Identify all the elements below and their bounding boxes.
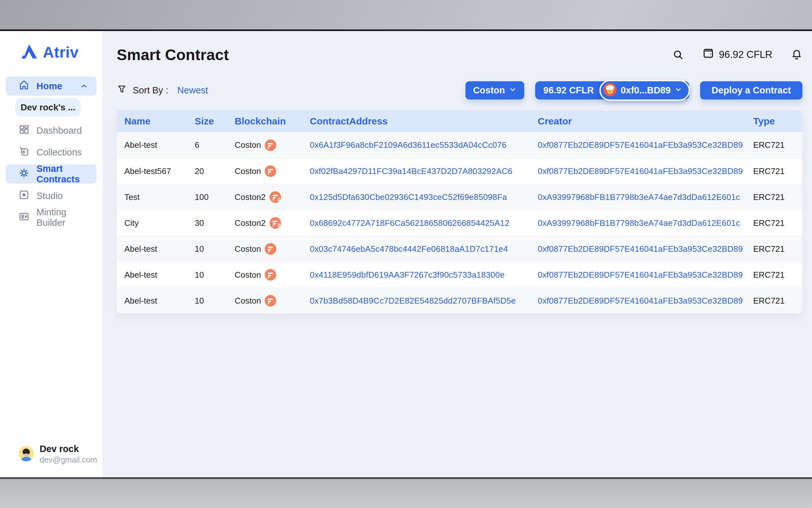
cell-type: ERC721 <box>753 296 795 306</box>
cell-contract-address[interactable]: 0x7b3Bd58D4B9Cc7D2E82E54825dd2707BFBAf5D… <box>310 296 538 306</box>
cell-name: Abel-test567 <box>124 166 195 176</box>
sidebar-item-collection-shortcut[interactable]: Dev rock's ... <box>15 98 81 117</box>
brand-name: Atriv <box>43 43 79 61</box>
cell-size: 10 <box>195 270 235 280</box>
flare-network-icon <box>265 139 276 151</box>
chain-badge-number: 2 <box>278 222 280 228</box>
table-row[interactable]: City 30 Coston2 2 0x68692c4772A718F6Ca56… <box>117 210 802 236</box>
cell-blockchain: Coston2 2 <box>235 217 310 229</box>
user-card[interactable]: Dev rock dev@gmail.com <box>18 444 102 465</box>
chain-badge-number: 2 <box>278 197 280 202</box>
chevron-up-icon[interactable] <box>80 82 88 90</box>
cell-creator-address[interactable]: 0xf0877Eb2DE89DF57E416041aFEb3a953Ce32BD… <box>538 166 753 176</box>
sidebar-item-label: Home <box>37 81 62 91</box>
flare-network-icon <box>265 165 276 177</box>
flare-network-icon: 2 <box>270 217 281 229</box>
cell-contract-address[interactable]: 0x03c74746ebA5c478bc4442Fe06818aA1D7c171… <box>310 244 538 254</box>
column-header-contract-address[interactable]: ContractAddress <box>310 116 538 127</box>
cell-blockchain: Coston2 2 <box>235 191 310 203</box>
flare-network-icon <box>265 295 276 306</box>
app-window: Atriv Home Dev rock's ... <box>0 31 812 477</box>
table-row[interactable]: Abel-test 10 Coston 0x4118E959dbfD619AA3… <box>117 262 802 288</box>
table-row[interactable]: Test 100 Coston2 2 0x125d5Dfa630Cbe02936… <box>117 184 802 210</box>
column-header-blockchain[interactable]: Blockchain <box>235 116 310 127</box>
sidebar-item-label: Minting Builder <box>37 207 97 228</box>
cell-type: ERC721 <box>753 140 795 150</box>
blockchain-name: Coston <box>235 140 261 150</box>
sidebar-item-label: Dashboard <box>37 125 82 136</box>
sidebar-item-home[interactable]: Home <box>6 77 97 96</box>
sidebar-item-collections[interactable]: Collections <box>6 143 97 162</box>
column-header-creator[interactable]: Creator <box>538 116 753 127</box>
user-name: Dev rock <box>40 444 97 454</box>
cell-blockchain: Coston <box>235 269 310 281</box>
network-label: Coston <box>473 85 505 96</box>
column-header-type[interactable]: Type <box>753 116 795 127</box>
table-row[interactable]: Abel-test 6 Coston 0x6A1f3F96a8cbF2109A6… <box>117 132 802 158</box>
home-icon <box>18 80 30 93</box>
cell-name: Abel-test <box>124 244 195 254</box>
cell-creator-address[interactable]: 0xA93997968bFB1B7798b3eA74ae7d3dDa612E60… <box>538 192 753 202</box>
cell-blockchain: Coston <box>235 139 310 151</box>
flare-network-icon: 2 <box>270 191 281 203</box>
cell-creator-address[interactable]: 0xf0877Eb2DE89DF57E416041aFEb3a953Ce32BD… <box>538 140 753 150</box>
cell-contract-address[interactable]: 0x68692c4772A718F6Ca5621865806266854425A… <box>310 218 538 228</box>
cell-contract-address[interactable]: 0x6A1f3F96a8cbF2109A6d3611ec5533dA04cCc0… <box>310 140 538 150</box>
cell-blockchain: Coston <box>235 243 310 255</box>
sort-value[interactable]: Newest <box>177 85 208 96</box>
top-balance-text: 96.92 CFLR <box>719 49 772 60</box>
blockchain-name: Coston2 <box>235 218 266 228</box>
network-select-button[interactable]: Coston <box>466 81 524 99</box>
column-header-name[interactable]: Name <box>124 116 195 127</box>
sidebar-item-minting-builder[interactable]: Minting Builder <box>6 208 97 227</box>
wallet-balance-display[interactable]: 96.92 CFLR <box>702 47 772 62</box>
minting-builder-icon <box>18 211 30 224</box>
cell-creator-address[interactable]: 0xf0877Eb2DE89DF57E416041aFEb3a953Ce32BD… <box>538 296 753 306</box>
top-bezel <box>0 0 812 30</box>
table-row[interactable]: Abel-test 10 Coston 0x7b3Bd58D4B9Cc7D2E8… <box>117 288 802 313</box>
sidebar-sub-label: Dev rock's ... <box>20 102 76 113</box>
cell-contract-address[interactable]: 0x4118E959dbfD619AA3F7267c3f90c5733a1830… <box>310 270 538 280</box>
sidebar-item-studio[interactable]: Studio <box>6 186 97 205</box>
blockchain-name: Coston2 <box>235 192 266 202</box>
cell-size: 10 <box>195 244 235 254</box>
cell-creator-address[interactable]: 0xA93997968bFB1B7798b3eA74ae7d3dDa612E60… <box>538 218 753 228</box>
sidebar-item-label: Studio <box>37 190 63 201</box>
collections-icon <box>18 146 30 159</box>
wallet-account-button[interactable]: 0xf0...BD89 <box>600 80 689 101</box>
bell-icon[interactable] <box>791 49 802 60</box>
main-content: Smart Contract <box>102 31 812 477</box>
column-header-size[interactable]: Size <box>195 116 235 127</box>
user-avatar <box>18 446 34 463</box>
chevron-down-icon <box>674 86 682 95</box>
page-header: Smart Contract <box>117 44 802 65</box>
cell-size: 20 <box>195 166 235 176</box>
filter-icon[interactable] <box>117 84 127 97</box>
table-row[interactable]: Abel-test567 20 Coston 0xf02fBa4297D11FC… <box>117 158 802 184</box>
cell-name: Abel-test <box>124 140 195 150</box>
cell-type: ERC721 <box>753 244 795 254</box>
blockchain-name: Coston <box>235 166 261 176</box>
wallet-avatar <box>603 83 617 97</box>
wallet-pill-balance: 96.92 CFLR <box>543 85 594 96</box>
cell-name: Abel-test <box>124 270 195 280</box>
cell-creator-address[interactable]: 0xf0877Eb2DE89DF57E416041aFEb3a953Ce32BD… <box>538 244 753 254</box>
cell-contract-address[interactable]: 0xf02fBa4297D11FC39a14BcE437D2D7A803292A… <box>310 166 538 176</box>
contracts-table: Name Size Blockchain ContractAddress Cre… <box>117 110 802 313</box>
user-email: dev@gmail.com <box>40 455 97 465</box>
wallet-pill[interactable]: 96.92 CFLR <box>535 81 689 99</box>
bottom-bezel <box>0 479 812 508</box>
deploy-contract-button[interactable]: Deploy a Contract <box>700 81 802 99</box>
atriv-logo-icon <box>20 43 38 61</box>
cell-type: ERC721 <box>753 270 795 280</box>
search-icon[interactable] <box>672 49 684 60</box>
cell-contract-address[interactable]: 0x125d5Dfa630Cbe02936C1493ceC52f69e85098… <box>310 192 538 202</box>
wallet-address: 0xf0...BD89 <box>621 85 670 96</box>
sidebar-item-smart-contracts[interactable]: Smart Contracts <box>6 164 97 184</box>
sidebar-item-dashboard[interactable]: Dashboard <box>6 121 97 140</box>
sidebar-nav: Home Dev rock's ... Dashboard <box>0 77 102 230</box>
cell-size: 100 <box>195 192 235 202</box>
cell-creator-address[interactable]: 0xf0877Eb2DE89DF57E416041aFEb3a953Ce32BD… <box>538 270 753 280</box>
table-row[interactable]: Abel-test 10 Coston 0x03c74746ebA5c478bc… <box>117 236 802 262</box>
brand-logo[interactable]: Atriv <box>20 43 102 61</box>
